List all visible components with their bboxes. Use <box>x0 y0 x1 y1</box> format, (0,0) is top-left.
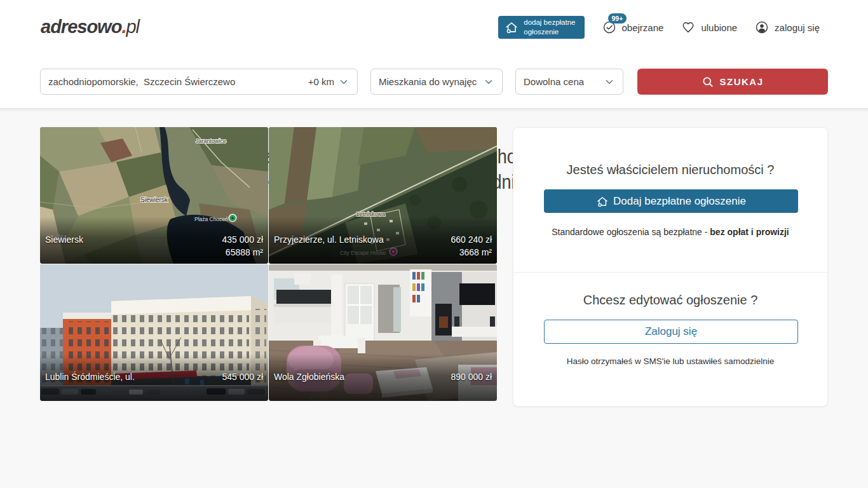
add-listing-label-line2: ogłoszenie <box>524 28 559 36</box>
listing-location: Lublin Śródmieście, ul. <box>45 370 135 396</box>
listing-price: 890 000 zł <box>451 370 492 383</box>
add-listing-label: dodaj bezpłatneogłoszenie <box>524 18 575 37</box>
divider <box>513 272 827 273</box>
house-plus-icon <box>596 195 609 208</box>
house-plus-icon <box>505 20 519 34</box>
listing-location: Siewiersk <box>45 233 83 259</box>
edit-note: Hasło otrzymałeś w SMS'ie lub ustawiłeś … <box>513 356 827 366</box>
chevron-down-icon <box>483 76 494 88</box>
listing-card-przyjezierze[interactable]: Letniskowa City Escape House Przyjezierz… <box>269 127 497 264</box>
owner-note: Standardowe ogłoszenia są bezpłatne - be… <box>513 227 827 237</box>
viewed-label: obejrzane <box>622 22 664 33</box>
search-button[interactable]: SZUKAJ <box>637 69 828 95</box>
favorites-link[interactable]: ulubione <box>681 20 737 34</box>
radius-group: +0 km <box>308 76 349 88</box>
logo-tld: pl <box>126 17 139 37</box>
user-circle-icon <box>755 20 769 34</box>
listing-location: Przyjezierze, ul. Letniskowa <box>274 233 384 259</box>
listing-area: 65888 m² <box>222 246 263 259</box>
price-select[interactable]: Dowolna cena <box>515 69 623 95</box>
sidebar-add-listing-button[interactable]: Dodaj bezpłatne ogłoszenie <box>544 189 798 213</box>
logo[interactable]: adresowo.pl <box>41 17 139 37</box>
viewed-link[interactable]: 99+ obejrzane <box>602 20 664 34</box>
viewed-count-badge: 99+ <box>608 13 627 24</box>
radius-value: +0 km <box>308 76 334 87</box>
listings-grid: Jarantowice Siewiersk Plaża Choceń Czupl… <box>40 127 497 401</box>
header-actions: dodaj bezpłatneogłoszenie 99+ obejrzane … <box>498 0 820 55</box>
add-listing-button[interactable]: dodaj bezpłatneogłoszenie <box>498 16 584 39</box>
owner-note-bold: bez opłat i prowizji <box>710 227 789 237</box>
listing-price: 545 000 zł <box>222 370 263 383</box>
listing-overlay: Siewiersk 435 000 zł 65888 m² <box>40 217 268 264</box>
property-type-select[interactable]: Mieszkania do wynajęc <box>370 69 503 95</box>
owner-panel: Jesteś właścicielem nieruchomości ? Doda… <box>513 127 828 407</box>
login-link[interactable]: zaloguj się <box>755 20 820 34</box>
sidebar-add-listing-label: Dodaj bezpłatne ogłoszenie <box>613 195 746 208</box>
location-value: zachodniopomorskie, Szczecin Świerczewo <box>48 76 235 87</box>
add-listing-label-line1: dodaj bezpłatne <box>524 18 575 26</box>
price-value: Dowolna cena <box>524 76 584 87</box>
listing-overlay: Wola Zgłobieńska 890 000 zł <box>269 354 497 401</box>
chevron-down-icon <box>604 76 615 88</box>
owner-note-prefix: Standardowe ogłoszenia są bezpłatne - <box>552 227 710 237</box>
login-label: zaloguj się <box>775 22 820 33</box>
listing-area: 3668 m² <box>451 246 492 259</box>
header: adresowo.pl dodaj bezpłatneogłoszenie 99… <box>0 0 868 55</box>
search-icon <box>702 76 714 88</box>
heart-icon <box>681 20 695 34</box>
listing-price: 435 000 zł <box>222 233 263 246</box>
sidebar-login-label: Zaloguj się <box>645 325 697 338</box>
listing-card-lublin[interactable]: Lublin Śródmieście, ul. 545 000 zł <box>40 264 268 401</box>
search-button-label: SZUKAJ <box>719 76 763 87</box>
logo-name: adresowo <box>41 17 121 37</box>
edit-title: Chcesz edytować ogłoszenie ? <box>513 293 827 308</box>
map-label: Siewiersk <box>140 196 168 203</box>
sidebar-login-button[interactable]: Zaloguj się <box>544 320 798 344</box>
owner-title: Jesteś właścicielem nieruchomości ? <box>513 163 827 177</box>
property-type-value: Mieszkania do wynajęc <box>379 76 477 87</box>
listing-overlay: Przyjezierze, ul. Letniskowa 660 240 zł … <box>269 217 497 264</box>
listing-card-siewiersk[interactable]: Jarantowice Siewiersk Plaża Choceń Czupl… <box>40 127 268 264</box>
listing-card-wola[interactable]: Wola Zgłobieńska 890 000 zł <box>269 264 497 401</box>
viewed-icon-wrap: 99+ <box>602 20 616 34</box>
listing-overlay: Lublin Śródmieście, ul. 545 000 zł <box>40 354 268 401</box>
chevron-down-icon <box>338 76 349 88</box>
map-label: Jarantowice <box>196 138 226 144</box>
listing-price: 660 240 zł <box>451 233 492 246</box>
favorites-label: ulubione <box>701 22 737 33</box>
location-input[interactable]: zachodniopomorskie, Szczecin Świerczewo … <box>40 69 358 95</box>
listing-location: Wola Zgłobieńska <box>274 370 344 396</box>
